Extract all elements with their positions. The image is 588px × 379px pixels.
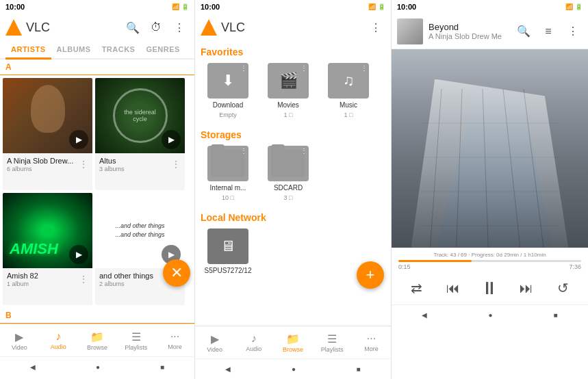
nav-audio-label-2: Audio <box>246 345 261 352</box>
sdcard-more[interactable]: ⋮ <box>301 147 307 155</box>
nav-browse-label-1: Browse <box>87 344 107 351</box>
browse-item-sdcard[interactable]: ⋮ SDCARD 3 □ <box>261 146 316 201</box>
artist-card-1[interactable]: the sidereal cycle ▶ Altus 3 albums ⋮ <box>95 78 185 190</box>
download-sub: Empty <box>219 112 237 118</box>
sys-recents-3[interactable]: ■ <box>553 311 557 319</box>
favorites-grid: ⬇ ⋮ Download Empty 🎬 ⋮ Movies 1 □ ♫ ⋮ <box>201 63 385 118</box>
nav-browse-1[interactable]: 📁 Browse <box>78 324 117 356</box>
artist-name-0: A Ninja Slob Drew... <box>7 156 79 166</box>
artist-name-3: and other things <box>99 271 171 280</box>
internal-more[interactable]: ⋮ <box>240 147 247 155</box>
download-more[interactable]: ⋮ <box>240 64 247 72</box>
browse-item-movies[interactable]: 🎬 ⋮ Movies 1 □ <box>261 63 316 118</box>
search-button-1[interactable]: 🔍 <box>123 18 142 37</box>
bottom-nav-1: ▶ Video ♪ Audio 📁 Browse ☰ Playlists ···… <box>0 324 194 356</box>
local-network-title: Local Network <box>201 212 385 223</box>
sys-back-2[interactable]: ◀ <box>225 365 231 373</box>
sys-home-1[interactable]: ● <box>96 363 100 371</box>
time-current: 0:15 <box>398 263 411 270</box>
artist-more-0[interactable]: ⋮ <box>79 159 88 170</box>
artist-card-0[interactable]: ▶ A Ninja Slob Drew... 6 albums ⋮ <box>3 78 92 190</box>
nav-browse-label-2: Browse <box>283 346 303 353</box>
player-queue-btn[interactable]: ≡ <box>539 22 558 41</box>
song-artist: A Ninja Slob Drew Me <box>429 32 509 40</box>
album-art-small <box>397 18 423 44</box>
sys-recents-1[interactable]: ■ <box>160 363 164 371</box>
app-title-2: VLC <box>221 21 362 35</box>
sys-back-3[interactable]: ◀ <box>422 311 427 319</box>
status-icons-1: 📶 🔋 <box>172 3 189 10</box>
next-button[interactable]: ⏭ <box>514 276 539 300</box>
player-search-btn[interactable]: 🔍 <box>514 22 533 41</box>
sys-nav-3: ◀ ● ■ <box>392 304 588 325</box>
sys-home-2[interactable]: ● <box>292 365 296 373</box>
recent-button-1[interactable]: ⏱ <box>146 18 166 37</box>
browse-item-music[interactable]: ♫ ⋮ Music 1 □ <box>321 63 376 118</box>
more-button-1[interactable]: ⋮ <box>170 18 189 37</box>
audio-icon-1: ♪ <box>55 330 61 343</box>
more-nav-icon-2: ··· <box>367 332 376 345</box>
artist-more-2[interactable]: ⋮ <box>79 274 88 285</box>
sys-recents-2[interactable]: ■ <box>357 365 361 373</box>
browse-item-download[interactable]: ⬇ ⋮ Download Empty <box>201 63 255 118</box>
movies-more[interactable]: ⋮ <box>301 64 307 72</box>
nav-browse-2[interactable]: 📁 Browse <box>273 326 312 358</box>
artist-more-1[interactable]: ⋮ <box>171 159 181 170</box>
nav-video-2[interactable]: ▶ Video <box>195 326 234 358</box>
player-controls: ⇄ ⏮ ⏸ ⏭ ↺ <box>392 272 588 304</box>
nav-audio-1[interactable]: ♪ Audio <box>39 324 78 356</box>
video-icon-2: ▶ <box>211 332 219 345</box>
tab-genres[interactable]: GENRES <box>140 41 185 60</box>
sys-nav-2: ◀ ● ■ <box>195 358 391 379</box>
nav-playlists-2[interactable]: ☰ Playlists <box>313 326 352 358</box>
tab-tracks[interactable]: tRACKS <box>97 41 141 60</box>
time-total: 7:36 <box>569 263 581 270</box>
artist-albums-1: 3 albums <box>99 166 171 172</box>
artist-thumb-0: ▶ <box>3 78 92 153</box>
browse-item-network[interactable]: 🖥 S5PUS7272/12 <box>201 228 255 274</box>
play-pause-icon: ⏸ <box>481 278 498 299</box>
song-title: Beyond <box>429 22 509 32</box>
play-btn-1[interactable]: ▶ <box>162 130 181 149</box>
browse-item-internal[interactable]: ⋮ Internal m... 10 □ <box>201 146 255 201</box>
movies-label: Movies <box>277 101 299 109</box>
play-btn-0[interactable]: ▶ <box>69 130 88 149</box>
battery-icon-3: 🔋 <box>575 3 583 10</box>
video-icon-1: ▶ <box>15 330 23 343</box>
music-more[interactable]: ⋮ <box>361 64 368 72</box>
internal-icon: ⋮ <box>207 146 248 181</box>
favorites-title: Favorites <box>201 47 385 57</box>
artist-card-3[interactable]: ...and other things...and other things ▶… <box>95 193 185 305</box>
artist-card-2[interactable]: AMISH ▶ Amish 82 1 album ⋮ <box>3 193 92 305</box>
fab-1[interactable]: ✕ <box>163 259 190 287</box>
progress-bar[interactable] <box>398 260 581 262</box>
section-a-header: A <box>0 60 194 75</box>
top-bar-2: VLC ⋮ <box>195 14 391 41</box>
thumb-4-text: ...and other things...and other things <box>115 222 164 239</box>
progress-fill <box>398 260 472 262</box>
sys-back-1[interactable]: ◀ <box>30 363 36 371</box>
bottom-nav-2: ▶ Video ♪ Audio 📁 Browse ☰ Playlists ···… <box>195 326 391 358</box>
tab-albums[interactable]: ALBUMS <box>51 41 97 60</box>
sys-home-3[interactable]: ● <box>488 311 492 319</box>
music-label: Music <box>340 101 357 109</box>
nav-audio-2[interactable]: ♪ Audio <box>234 326 273 358</box>
shuffle-button[interactable]: ⇄ <box>405 276 429 300</box>
play-pause-button[interactable]: ⏸ <box>477 276 502 300</box>
player-more-btn[interactable]: ⋮ <box>563 22 583 41</box>
tab-artists[interactable]: ARTISTS <box>5 41 51 60</box>
repeat-button[interactable]: ↺ <box>550 276 575 300</box>
artist-thumb-1: the sidereal cycle ▶ <box>95 78 185 153</box>
prev-button[interactable]: ⏮ <box>441 276 465 300</box>
building-visual <box>392 49 588 248</box>
network-label: S5PUS7272/12 <box>205 267 252 274</box>
svg-line-1 <box>428 89 442 248</box>
play-btn-2[interactable]: ▶ <box>69 245 88 264</box>
nav-playlists-1[interactable]: ☰ Playlists <box>116 324 155 356</box>
more-button-2[interactable]: ⋮ <box>366 18 385 37</box>
nav-more-1[interactable]: ··· More <box>155 324 194 356</box>
nav-more-2[interactable]: ··· More <box>352 326 391 358</box>
playlists-icon-1: ☰ <box>131 330 141 343</box>
fab-2[interactable]: + <box>357 261 384 289</box>
nav-video-1[interactable]: ▶ Video <box>0 324 39 356</box>
